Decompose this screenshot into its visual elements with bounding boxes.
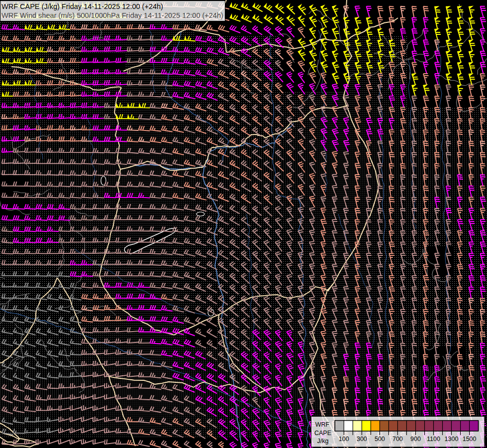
- svg-text:100: 100: [339, 436, 349, 443]
- svg-text:CAPE: CAPE: [314, 430, 331, 437]
- svg-text:700: 700: [392, 436, 403, 443]
- svg-text:WRF: WRF: [315, 421, 330, 428]
- svg-text:900: 900: [410, 436, 421, 443]
- svg-text:WRF Wind shear (m/s) 500/1000h: WRF Wind shear (m/s) 500/1000hPa Friday …: [1, 11, 223, 19]
- svg-text:500: 500: [375, 436, 385, 443]
- svg-text:J/kg: J/kg: [317, 438, 329, 445]
- svg-text:300: 300: [357, 436, 367, 443]
- svg-text:WRF CAPE (J/kg) Friday 14-11-2: WRF CAPE (J/kg) Friday 14-11-2025 12:00 …: [1, 2, 163, 10]
- svg-text:1100: 1100: [427, 436, 440, 443]
- svg-text:1500: 1500: [463, 436, 477, 443]
- svg-text:1300: 1300: [445, 436, 459, 443]
